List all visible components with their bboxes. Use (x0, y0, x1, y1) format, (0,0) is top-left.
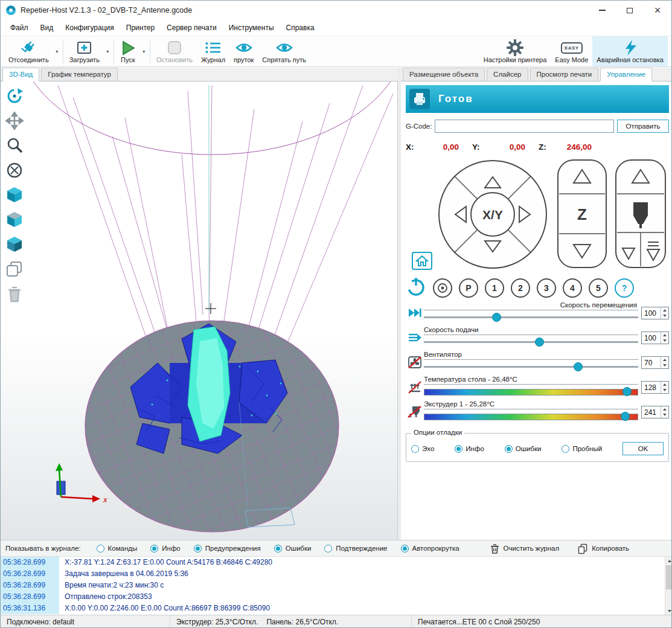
travel-speed-slider[interactable] (424, 310, 638, 324)
move-view-button[interactable] (5, 111, 24, 130)
ok-button[interactable]: OK (622, 442, 664, 455)
emergency-stop-button[interactable]: Аварийная остановка (592, 36, 668, 66)
bed-temp-label[interactable]: Температура стола - 26,48°C (424, 376, 638, 385)
bed-temp-up[interactable] (661, 382, 668, 388)
fan-handle[interactable] (574, 362, 583, 371)
feed-rate-handle[interactable] (535, 338, 544, 347)
start-button[interactable]: Пуск (116, 36, 140, 66)
close-button[interactable]: × (644, 1, 671, 20)
tab-print-preview[interactable]: Просмотр печати (530, 68, 599, 81)
tab-3d-view[interactable]: 3D-Вид (2, 68, 39, 82)
extruder-temp-slider[interactable] (424, 409, 638, 423)
extruder-temp-label[interactable]: Экструдер 1 - 25,28°C (424, 400, 638, 409)
debug-echo-option[interactable]: Эхо (411, 445, 434, 453)
errors-radio[interactable] (505, 445, 513, 453)
help-button[interactable]: ? (615, 278, 634, 298)
log-toggle-info[interactable]: Инфо (150, 545, 180, 553)
preset-2-button[interactable]: 2 (511, 278, 530, 298)
travel-speed-up[interactable] (661, 307, 668, 313)
load-button[interactable]: Загрузить (65, 36, 104, 66)
feed-rate-up[interactable] (661, 332, 668, 338)
objects-list-button[interactable] (5, 260, 24, 279)
zoom-button[interactable] (5, 136, 24, 155)
extruder-temp-up[interactable] (661, 406, 668, 412)
fan-input[interactable]: 70 (641, 356, 669, 369)
commands-toggle[interactable] (97, 545, 104, 553)
feed-rate-down[interactable] (661, 338, 668, 344)
extruder-temp-handle[interactable] (621, 412, 630, 421)
feed-rate-input[interactable]: 100 (641, 332, 669, 344)
load-dropdown[interactable]: ▾ (104, 36, 112, 66)
info-radio[interactable] (455, 445, 462, 453)
errors-toggle[interactable] (274, 545, 282, 553)
extruder-temp-input[interactable]: 241 (641, 406, 669, 418)
side-view-cube-button[interactable] (5, 210, 24, 229)
hide-path-button[interactable]: Спрятать путь (258, 36, 310, 66)
power-button[interactable] (406, 277, 426, 300)
scroll-up-arrow[interactable] (665, 557, 672, 565)
delete-object-button[interactable] (5, 284, 24, 304)
log-toggle-autoscroll[interactable]: Автопрокрутка (401, 545, 459, 553)
park-bed-button[interactable] (433, 278, 452, 298)
menu-print-server[interactable]: Сервер печати (161, 21, 223, 34)
gcode-input[interactable] (435, 120, 614, 133)
copy-log-button[interactable]: Копировать (577, 543, 629, 554)
disconnect-dropdown[interactable]: ▾ (53, 36, 61, 66)
tab-object-placement[interactable]: Размещение объекта (403, 68, 485, 81)
travel-speed-input[interactable]: 100 (641, 307, 669, 319)
bed-temp-handle[interactable] (622, 387, 632, 396)
minimize-button[interactable] (588, 1, 616, 20)
menu-help[interactable]: Справка (280, 21, 321, 34)
autoscroll-toggle[interactable] (401, 545, 409, 553)
preset-4-button[interactable]: 4 (563, 278, 582, 298)
log-toggle-button[interactable]: Журнал (197, 36, 229, 66)
menu-tools[interactable]: Инструменты (223, 21, 280, 34)
disconnect-button[interactable]: Отсоединить (4, 36, 53, 66)
send-gcode-button[interactable]: Отправить (617, 120, 669, 133)
front-view-cube-button[interactable] (5, 185, 24, 205)
feed-rate-slider[interactable] (424, 335, 638, 349)
log-toggle-warnings[interactable]: Предупреждения (194, 545, 261, 553)
start-dropdown[interactable]: ▾ (140, 36, 148, 66)
preset-5-button[interactable]: 5 (589, 278, 608, 298)
menu-view[interactable]: Вид (34, 21, 60, 34)
easy-mode-button[interactable]: EASY Easy Mode (551, 36, 592, 66)
info-toggle[interactable] (150, 545, 158, 553)
bed-temp-slider[interactable] (424, 385, 638, 399)
3d-scene[interactable]: x (28, 82, 398, 540)
echo-radio[interactable] (411, 445, 419, 453)
fan-up[interactable] (661, 357, 668, 363)
fan-slider[interactable] (424, 360, 638, 374)
preset-p-button[interactable]: P (459, 278, 478, 298)
tab-slicer[interactable]: Слайсер (487, 68, 528, 81)
printer-settings-button[interactable]: Настройки принтера (479, 36, 551, 66)
log-toggle-ack[interactable]: Подтверждение (324, 545, 387, 553)
scroll-down-arrow[interactable] (665, 607, 672, 615)
fan-down[interactable] (661, 363, 668, 369)
show-filament-button[interactable]: пруток (229, 36, 258, 66)
bed-temp-input[interactable]: 128 (641, 381, 669, 394)
log-toggle-commands[interactable]: Команды (97, 545, 138, 553)
extruder-temp-down[interactable] (661, 412, 668, 418)
dryrun-radio[interactable] (562, 445, 569, 453)
warnings-toggle[interactable] (194, 545, 202, 553)
travel-speed-handle[interactable] (492, 313, 501, 322)
menu-file[interactable]: Файл (4, 21, 34, 34)
iso-view-cube-button[interactable] (5, 235, 24, 254)
clear-log-button[interactable]: Очистить журнал (490, 543, 560, 554)
log-toggle-errors[interactable]: Ошибки (274, 545, 312, 553)
debug-info-option[interactable]: Инфо (455, 445, 484, 453)
rotate-view-button[interactable] (5, 86, 24, 106)
preset-1-button[interactable]: 1 (485, 278, 504, 298)
ack-toggle[interactable] (324, 545, 332, 553)
debug-dryrun-option[interactable]: Пробный (562, 445, 602, 453)
log-output[interactable]: 05:36:28.699X:-37.81 Y:1.24 Z:63.17 E:0.… (1, 557, 672, 615)
preset-3-button[interactable]: 3 (537, 278, 556, 298)
viewport-3d[interactable]: x (1, 82, 398, 540)
menu-printer[interactable]: Принтер (120, 21, 161, 34)
bed-temp-down[interactable] (661, 388, 668, 394)
fit-view-button[interactable] (5, 161, 24, 180)
tab-temperature-graph[interactable]: График температур (41, 68, 118, 81)
home-button[interactable] (412, 252, 432, 270)
log-scrollbar[interactable] (665, 557, 672, 615)
